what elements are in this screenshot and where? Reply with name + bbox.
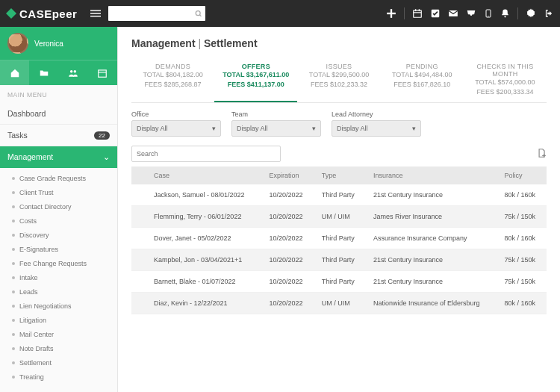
sidebar-sub-client-trust[interactable]: Client Trust bbox=[0, 185, 117, 199]
chevron-down-icon: ⌄ bbox=[103, 152, 110, 161]
kpi-demands[interactable]: DEMANDSTOTAL $804,182.00FEES $285,268.87 bbox=[131, 60, 214, 102]
home-icon bbox=[10, 68, 20, 78]
col-expiration[interactable]: Expiration bbox=[262, 167, 314, 184]
global-search-input[interactable] bbox=[111, 10, 195, 17]
table-row[interactable]: Kampbel, Jon - 03/04/2021+110/20/2022Thi… bbox=[131, 249, 547, 271]
tab-files[interactable] bbox=[29, 60, 58, 85]
global-search[interactable] bbox=[108, 6, 205, 21]
sidebar-item-dashboard[interactable]: Dashboard bbox=[0, 103, 117, 125]
sidebar-sub-costs[interactable]: Costs bbox=[0, 214, 117, 228]
divider bbox=[517, 7, 518, 19]
brand-text: CASEpeer bbox=[19, 7, 77, 20]
sidebar-sub-e-signatures[interactable]: E-Signatures bbox=[0, 242, 117, 256]
table-row[interactable]: Diaz, Kevin - 12/22/202110/20/2022UM / U… bbox=[131, 293, 547, 314]
calendar-icon[interactable] bbox=[412, 8, 423, 19]
sidebar-sub-settlement[interactable]: Settlement bbox=[0, 355, 117, 370]
badge: 22 bbox=[94, 131, 110, 140]
sidebar-sub-discovery[interactable]: Discovery bbox=[0, 228, 117, 242]
table-row[interactable]: Dover, Janet - 05/02/202210/20/2022Third… bbox=[131, 228, 547, 249]
inbox-icon[interactable] bbox=[466, 8, 476, 19]
chevron-down-icon: ▾ bbox=[312, 125, 316, 132]
svg-point-18 bbox=[74, 69, 77, 72]
office-select[interactable]: Display All▾ bbox=[131, 120, 221, 137]
lead-select[interactable]: Display All▾ bbox=[332, 120, 421, 137]
tab-people[interactable] bbox=[59, 60, 88, 85]
user-panel: Veronica bbox=[0, 27, 117, 60]
mail-icon[interactable] bbox=[448, 8, 458, 19]
sidebar-sub-leads[interactable]: Leads bbox=[0, 284, 117, 299]
sidebar-sub-litigation[interactable]: Litigation bbox=[0, 313, 117, 327]
sidebar-sub-fee-change-requests[interactable]: Fee Change Requests bbox=[0, 256, 117, 270]
brand-mark-icon bbox=[6, 8, 16, 19]
col-type[interactable]: Type bbox=[314, 167, 366, 184]
sidebar-sub-treating[interactable]: Treating bbox=[0, 370, 117, 384]
logout-icon[interactable] bbox=[544, 8, 554, 19]
sidebar-sub-contact-directory[interactable]: Contact Directory bbox=[0, 199, 117, 214]
svg-rect-1 bbox=[90, 13, 101, 14]
table-row[interactable]: Flemming, Terry - 06/01/202210/20/2022UM… bbox=[131, 206, 547, 228]
menu-header: MAIN MENU bbox=[0, 85, 117, 103]
table-search-input[interactable] bbox=[131, 146, 281, 162]
svg-point-14 bbox=[488, 16, 488, 16]
sidebar-item-tasks[interactable]: Tasks22 bbox=[0, 125, 117, 146]
bell-icon[interactable] bbox=[500, 8, 510, 19]
people-icon bbox=[67, 68, 79, 78]
settlement-table: CaseExpirationTypeInsurancePolicy Jackso… bbox=[131, 167, 547, 314]
menu-toggle-icon[interactable] bbox=[90, 8, 101, 19]
add-icon[interactable] bbox=[386, 8, 396, 19]
sidebar-item-management[interactable]: Management⌄ bbox=[0, 146, 117, 168]
mobile-icon[interactable] bbox=[484, 8, 493, 19]
svg-rect-2 bbox=[90, 16, 101, 17]
sidebar-sub-lien-negotiations[interactable]: Lien Negotiations bbox=[0, 299, 117, 313]
calendar-icon bbox=[97, 68, 108, 78]
divider bbox=[404, 7, 405, 19]
svg-point-17 bbox=[70, 69, 73, 72]
svg-point-3 bbox=[196, 10, 201, 15]
svg-rect-7 bbox=[414, 10, 422, 17]
gear-icon[interactable] bbox=[526, 8, 536, 19]
col-case[interactable]: Case bbox=[131, 167, 262, 184]
user-name: Veronica bbox=[34, 40, 63, 48]
sidebar-sub-note-drafts[interactable]: Note Drafts bbox=[0, 341, 117, 355]
sidebar-sub-mail-center[interactable]: Mail Center bbox=[0, 327, 117, 341]
kpi-pending[interactable]: PENDINGTOTAL $494,484.00FEES $167,826.10 bbox=[381, 60, 464, 102]
kpi-issues[interactable]: ISSUESTOTAL $299,500.00FEES $102,233.32 bbox=[297, 60, 380, 102]
kpi-checks-in-this-month[interactable]: CHECKS IN THIS MONTHTOTAL $574,000.00FEE… bbox=[464, 60, 547, 102]
tab-home[interactable] bbox=[0, 60, 29, 85]
avatar[interactable] bbox=[7, 33, 28, 54]
add-record-icon[interactable] bbox=[536, 147, 547, 161]
team-label: Team bbox=[231, 111, 321, 118]
office-label: Office bbox=[131, 111, 221, 118]
page-title: Management | Settlement bbox=[131, 37, 547, 49]
tab-calendar[interactable] bbox=[88, 60, 117, 85]
brand-logo[interactable]: CASEpeer bbox=[6, 7, 77, 20]
folder-icon bbox=[39, 68, 49, 78]
kpi-offers[interactable]: OFFERSTOTAL $3,167,611.00FEES $411,137.0… bbox=[214, 60, 297, 102]
svg-rect-6 bbox=[387, 13, 396, 14]
svg-rect-9 bbox=[415, 9, 416, 11]
lead-label: Lead Attorney bbox=[332, 111, 421, 118]
table-row[interactable]: Barnett, Blake - 01/07/202210/20/2022Thi… bbox=[131, 271, 547, 293]
table-row[interactable]: Jackson, Samuel - 08/01/202210/20/2022Th… bbox=[131, 184, 547, 206]
svg-point-15 bbox=[504, 16, 505, 17]
tasks-icon[interactable] bbox=[430, 8, 441, 19]
sidebar-sub-case-grade-requests[interactable]: Case Grade Requests bbox=[0, 171, 117, 185]
search-icon bbox=[195, 10, 202, 18]
chevron-down-icon: ▾ bbox=[212, 125, 216, 132]
team-select[interactable]: Display All▾ bbox=[231, 120, 321, 137]
sidebar-sub-intake[interactable]: Intake bbox=[0, 270, 117, 284]
svg-line-4 bbox=[200, 14, 202, 16]
chevron-down-icon: ▾ bbox=[412, 125, 416, 132]
svg-rect-0 bbox=[90, 10, 101, 11]
svg-rect-10 bbox=[419, 9, 420, 11]
col-policy[interactable]: Policy bbox=[497, 167, 547, 184]
col-insurance[interactable]: Insurance bbox=[366, 167, 497, 184]
svg-rect-19 bbox=[99, 69, 107, 76]
